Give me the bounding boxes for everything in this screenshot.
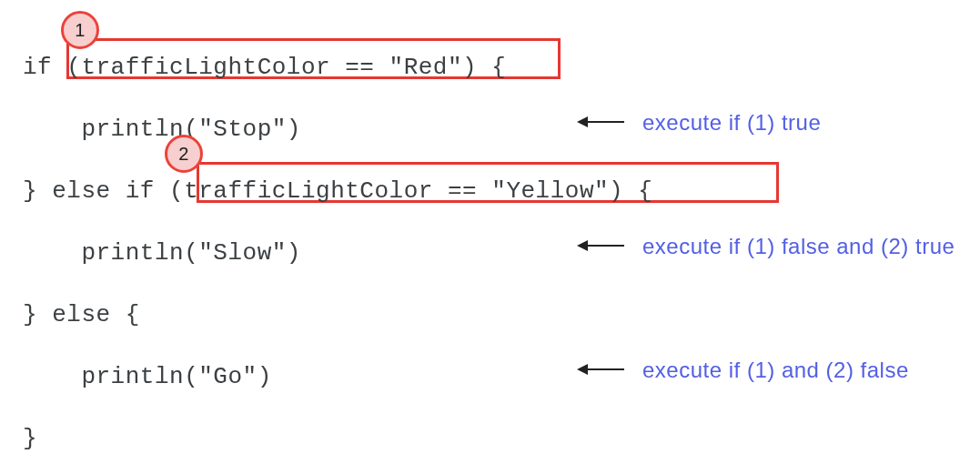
annotation-1: execute if (1) true (642, 112, 821, 134)
arrow-left-icon (579, 245, 624, 247)
code-line-2: println("Stop") (23, 117, 301, 141)
code-line-4: println("Slow") (23, 241, 301, 265)
arrow-left-icon (579, 121, 624, 123)
annotation-3: execute if (1) and (2) false (642, 359, 909, 381)
code-line-5: } else { (23, 303, 140, 327)
badge-2: 2 (165, 135, 203, 173)
annotation-2: execute if (1) false and (2) true (642, 236, 955, 257)
badge-1: 1 (61, 11, 99, 49)
badge-2-label: 2 (178, 144, 189, 165)
code-line-7: } (23, 427, 37, 450)
badge-1-label: 1 (75, 20, 86, 41)
arrow-left-icon (579, 368, 624, 370)
diagram-canvas: if (trafficLightColor == "Red") { printl… (0, 0, 980, 464)
code-line-1: if (trafficLightColor == "Red") { (23, 55, 506, 79)
code-line-3: } else if (trafficLightColor == "Yellow"… (23, 179, 652, 203)
code-line-6: println("Go") (23, 365, 272, 388)
